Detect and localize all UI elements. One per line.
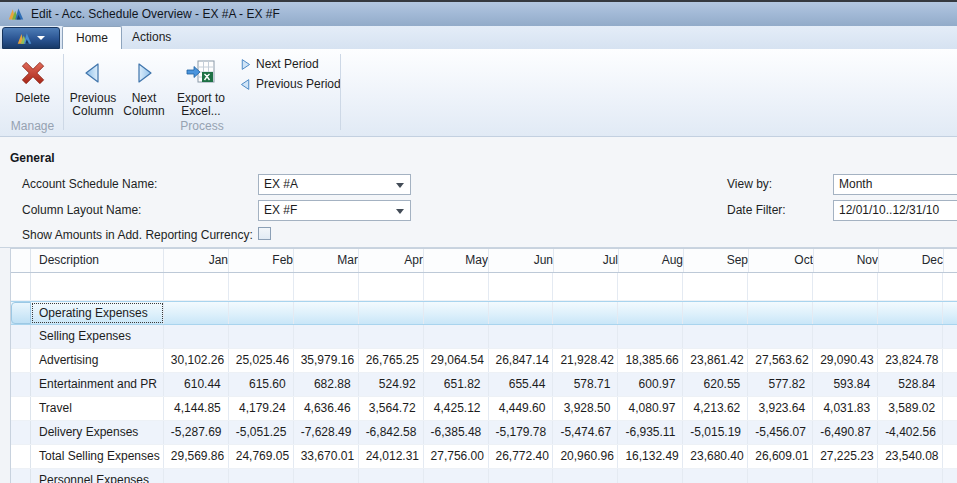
row-selector[interactable]: [11, 302, 31, 324]
cell-value[interactable]: [359, 302, 424, 324]
table-row[interactable]: [11, 273, 957, 301]
cell-description[interactable]: Travel: [31, 397, 164, 420]
cell-value[interactable]: [748, 469, 813, 483]
cell-value[interactable]: 577.82: [748, 373, 813, 396]
cell-value[interactable]: 593.84: [813, 373, 878, 396]
cell-value[interactable]: [229, 273, 294, 300]
cell-value[interactable]: -5,287.69: [164, 421, 229, 444]
cell-value[interactable]: -6,490.87: [813, 421, 878, 444]
cell-value[interactable]: 578.71: [553, 373, 618, 396]
cell-value[interactable]: [683, 469, 748, 483]
cell-value[interactable]: [489, 469, 554, 483]
cell-value[interactable]: [489, 325, 554, 348]
table-row[interactable]: Travel4,144.854,179.244,636.463,564.724,…: [11, 397, 957, 421]
cell-description[interactable]: Operating Expenses: [31, 302, 164, 324]
cell-value[interactable]: [813, 325, 878, 348]
table-row[interactable]: Operating Expenses: [11, 301, 957, 325]
table-row[interactable]: Total Selling Expenses29,569.8624,769.05…: [11, 445, 957, 469]
view-by-select[interactable]: Month: [833, 174, 957, 195]
cell-value[interactable]: [748, 302, 813, 324]
cell-value[interactable]: 3,928.50: [553, 397, 618, 420]
cell-value[interactable]: [618, 469, 683, 483]
row-selector[interactable]: [11, 373, 31, 396]
cell-value[interactable]: -7,628.49: [294, 421, 359, 444]
row-selector[interactable]: [11, 349, 31, 372]
cell-value[interactable]: [294, 325, 359, 348]
cell-value[interactable]: [553, 302, 618, 324]
cell-value[interactable]: [229, 469, 294, 483]
cell-value[interactable]: 4,425.12: [424, 397, 489, 420]
cell-value[interactable]: [294, 302, 359, 324]
cell-value[interactable]: 4,144.85: [164, 397, 229, 420]
cell-value[interactable]: -6,385.48: [424, 421, 489, 444]
cell-description[interactable]: Delivery Expenses: [31, 421, 164, 444]
cell-value[interactable]: 24,769.05: [229, 445, 294, 468]
next-column-button[interactable]: Next Column: [120, 53, 168, 129]
cell-value[interactable]: -4,402.56: [878, 421, 943, 444]
cell-value[interactable]: 21,928.42: [553, 349, 618, 372]
cell-value[interactable]: [164, 325, 229, 348]
cell-value[interactable]: 33,670.01: [294, 445, 359, 468]
cell-value[interactable]: 651.82: [424, 373, 489, 396]
cell-value[interactable]: 26,847.14: [489, 349, 554, 372]
cell-value[interactable]: [489, 302, 554, 324]
cell-value[interactable]: 4,213.62: [683, 397, 748, 420]
cell-value[interactable]: 524.92: [359, 373, 424, 396]
account-schedule-name-select[interactable]: EX #A: [258, 174, 411, 195]
cell-value[interactable]: [618, 302, 683, 324]
cell-description[interactable]: [31, 273, 164, 300]
cell-value[interactable]: [553, 469, 618, 483]
cell-value[interactable]: [359, 325, 424, 348]
cell-value[interactable]: -5,474.67: [553, 421, 618, 444]
cell-value[interactable]: 23,824.78: [878, 349, 943, 372]
cell-value[interactable]: [618, 273, 683, 300]
cell-value[interactable]: 26,609.01: [748, 445, 813, 468]
cell-value[interactable]: 30,102.26: [164, 349, 229, 372]
cell-value[interactable]: [618, 325, 683, 348]
cell-value[interactable]: [164, 273, 229, 300]
cell-value[interactable]: 26,765.25: [359, 349, 424, 372]
cell-value[interactable]: [748, 325, 813, 348]
previous-column-button[interactable]: Previous Column: [67, 53, 119, 129]
cell-value[interactable]: [683, 302, 748, 324]
export-to-excel-button[interactable]: Export to Excel...: [170, 53, 232, 129]
date-filter-input[interactable]: 12/01/10..12/31/10: [833, 200, 957, 221]
cell-value[interactable]: 16,132.49: [618, 445, 683, 468]
cell-value[interactable]: [424, 273, 489, 300]
column-layout-name-select[interactable]: EX #F: [258, 200, 411, 221]
delete-button[interactable]: Delete: [4, 53, 61, 129]
cell-value[interactable]: 29,064.54: [424, 349, 489, 372]
row-selector[interactable]: [11, 469, 31, 483]
cell-value[interactable]: 27,563.62: [748, 349, 813, 372]
cell-value[interactable]: 23,540.08: [878, 445, 943, 468]
cell-value[interactable]: 4,031.83: [813, 397, 878, 420]
cell-value[interactable]: 26,772.40: [489, 445, 554, 468]
cell-value[interactable]: 615.60: [229, 373, 294, 396]
cell-value[interactable]: [683, 325, 748, 348]
cell-value[interactable]: [813, 302, 878, 324]
cell-description[interactable]: Advertising: [31, 349, 164, 372]
cell-description[interactable]: Personnel Expenses: [31, 469, 164, 483]
table-row[interactable]: Selling Expenses: [11, 325, 957, 349]
cell-value[interactable]: [294, 273, 359, 300]
cell-value[interactable]: -5,015.19: [683, 421, 748, 444]
table-row[interactable]: Personnel Expenses: [11, 469, 957, 483]
cell-description[interactable]: Total Selling Expenses: [31, 445, 164, 468]
cell-value[interactable]: 25,025.46: [229, 349, 294, 372]
cell-value[interactable]: 24,012.31: [359, 445, 424, 468]
cell-value[interactable]: 29,569.86: [164, 445, 229, 468]
cell-value[interactable]: -6,842.58: [359, 421, 424, 444]
cell-value[interactable]: -6,935.11: [618, 421, 683, 444]
row-selector[interactable]: [11, 421, 31, 444]
tab-actions[interactable]: Actions: [119, 26, 184, 49]
cell-value[interactable]: [683, 273, 748, 300]
cell-value[interactable]: 610.44: [164, 373, 229, 396]
show-amounts-checkbox[interactable]: [258, 227, 271, 240]
cell-value[interactable]: [424, 302, 489, 324]
cell-value[interactable]: 23,861.42: [683, 349, 748, 372]
row-selector[interactable]: [11, 273, 31, 300]
table-row[interactable]: Advertising30,102.2625,025.4635,979.1626…: [11, 349, 957, 373]
table-row[interactable]: Entertainment and PR610.44615.60682.8852…: [11, 373, 957, 397]
cell-value[interactable]: [294, 469, 359, 483]
cell-value[interactable]: [553, 325, 618, 348]
